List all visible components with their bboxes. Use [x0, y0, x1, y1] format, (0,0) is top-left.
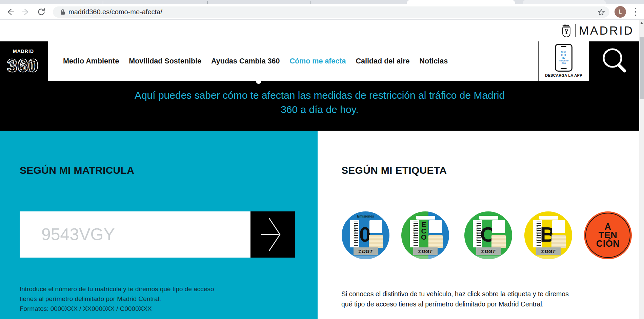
scrollbar-up-arrow[interactable] [640, 22, 643, 24]
etiqueta-badge-atencion[interactable]: ATENCIÓN [584, 211, 632, 259]
url-text[interactable]: madrid360.es/como-me-afecta/ [68, 6, 162, 18]
dgt-logo: ≠DGT [354, 247, 378, 255]
dgt-logo: ≠DGT [413, 247, 438, 255]
arrow-right-icon [260, 215, 286, 254]
dgt-glyph: ≠ [418, 248, 421, 254]
dgt-label: DGT [422, 248, 432, 254]
etiqueta-description: Si conoces el distintivo de tu vehículo,… [341, 289, 569, 309]
madrid-city-logo[interactable]: MADRID [561, 23, 634, 38]
dgt-glyph: ≠ [481, 248, 484, 254]
main-content: SEGÚN MI MATRICULA Introduce el número d… [0, 131, 644, 319]
badge-white-square [369, 220, 382, 233]
badge-barcode-strip: 16TE-00000000 [410, 220, 419, 247]
site-header: MADRID [0, 20, 644, 41]
description-line: tienes al perímetro delimitado por Madri… [20, 294, 214, 304]
madrid360-logo[interactable]: MADRID 360 360 [4, 44, 45, 81]
badge-white-square [552, 220, 565, 233]
badge-hologram [428, 235, 443, 248]
etiqueta-badge-eco[interactable]: 16TE-00000000E C O≠DGT [401, 211, 449, 259]
badge-white-square [492, 220, 505, 233]
plate-submit-button[interactable] [250, 211, 295, 258]
description-line: qué tipo de acceso tienes al perímetro d… [341, 299, 569, 309]
svg-text:360: 360 [8, 57, 35, 75]
nav-item-movilidad-sostenible[interactable]: Movilidad Sostenible [129, 57, 201, 65]
hero-line: 360 a día de hoy. [0, 102, 639, 117]
search-button[interactable] [589, 41, 639, 81]
bookmark-star-icon[interactable] [597, 8, 605, 16]
badge-top-label: Emisiones [342, 214, 389, 218]
badge-top-bar [416, 216, 435, 220]
dgt-label: DGT [362, 248, 373, 254]
plate-input[interactable] [20, 211, 250, 258]
hidden-heading-fragment [256, 81, 261, 84]
etiqueta-badge-cero[interactable]: Emisiones16T0-000000000≠DGT [342, 211, 389, 259]
nav-item-cómo-me-afecta[interactable]: Cómo me afecta [289, 57, 346, 65]
browser-tab-strip [0, 0, 644, 4]
etiqueta-badges: Emisiones16T0-000000000≠DGT16TE-00000000… [342, 211, 633, 261]
reload-icon[interactable] [37, 7, 46, 16]
badge-top-bar [539, 216, 558, 220]
browser-menu-icon[interactable] [635, 8, 637, 16]
dgt-label: DGT [545, 248, 556, 254]
dgt-logo: ≠DGT [476, 247, 501, 255]
badge-hologram [491, 235, 506, 248]
forward-icon[interactable] [21, 7, 30, 16]
badge-bottom-strip [409, 256, 442, 259]
page-scrollbar[interactable] [639, 20, 644, 319]
matricula-description: Introduce el número de tu matrícula y te… [20, 284, 214, 314]
badge-barcode-icon [414, 222, 418, 246]
brand-divider [575, 24, 576, 37]
address-bar[interactable]: madrid360.es/como-me-afecta/ [53, 6, 609, 18]
dgt-label: DGT [485, 248, 496, 254]
badge-top-bar [479, 216, 498, 220]
plate-form [20, 211, 295, 258]
back-icon[interactable] [6, 7, 15, 16]
search-icon [600, 47, 628, 75]
phone-logo-text: MA DR ID [561, 51, 567, 59]
profile-avatar[interactable]: L [615, 6, 626, 18]
tab-divider [103, 1, 103, 4]
badge-bottom-strip [349, 256, 382, 259]
hero-text: Aquí puedes saber cómo te afectan las me… [0, 88, 639, 117]
matricula-heading: SEGÚN MI MATRICULA [20, 165, 134, 176]
etiqueta-badge-b[interactable]: 16TB-00000000B≠DGT [524, 211, 572, 259]
brand-wordmark: MADRID [579, 24, 634, 37]
tab-divider [207, 1, 208, 4]
phone-icon: MA DR ID mobility 360 [555, 44, 572, 72]
page-hero-section: MADRID 360 360 Medio AmbienteMovilidad S… [0, 41, 644, 131]
badge-hologram [369, 235, 383, 248]
nav-item-medio-ambiente[interactable]: Medio Ambiente [63, 57, 119, 65]
badge-white-square [429, 220, 442, 233]
etiqueta-badge-c[interactable]: 16TC-00000000C≠DGT [464, 211, 512, 259]
browser-toolbar: madrid360.es/como-me-afecta/ L [0, 4, 644, 20]
badge-attention-text: ATENCIÓN [584, 211, 632, 259]
description-line: Introduce el número de tu matrícula y te… [20, 284, 214, 294]
phone-logo-360: 360 [562, 62, 566, 65]
active-tab[interactable] [407, 0, 515, 4]
dgt-glyph: ≠ [359, 248, 361, 254]
tab-divider [310, 1, 310, 4]
svg-text:MADRID: MADRID [13, 49, 34, 54]
nav-item-ayudas-cambia-360[interactable]: Ayudas Cambia 360 [211, 57, 280, 65]
etiqueta-heading: SEGÚN MI ETIQUETA [341, 165, 447, 176]
badge-hologram [551, 235, 566, 248]
dgt-logo: ≠DGT [536, 247, 561, 255]
main-navigation: Medio AmbienteMovilidad SostenibleAyudas… [48, 41, 589, 81]
nav-links: Medio AmbienteMovilidad SostenibleAyudas… [63, 41, 448, 81]
description-line: Formatos: 0000XXX / XX0000XX / C0000XXX [20, 304, 214, 314]
badge-bottom-strip [532, 256, 565, 259]
scrollbar-thumb[interactable] [640, 37, 644, 99]
nav-item-calidad-del-aire[interactable]: Calidad del aire [356, 57, 410, 65]
browser-window: madrid360.es/como-me-afecta/ L MADRID MA [0, 0, 644, 319]
hero-line: Aquí puedes saber cómo te afectan las me… [0, 88, 639, 102]
download-app-label: DESCARGA LA APP [545, 73, 582, 77]
lock-icon [60, 9, 65, 15]
badge-bottom-strip [472, 256, 505, 259]
inactive-tab[interactable] [523, 0, 606, 4]
nav-item-noticias[interactable]: Noticias [419, 57, 448, 65]
download-app-box[interactable]: MA DR ID mobility 360 DESCARGA LA APP [538, 41, 589, 81]
dgt-glyph: ≠ [541, 248, 544, 254]
badge-attention-line: CIÓN [596, 240, 620, 248]
description-line: Si conoces el distintivo de tu vehículo,… [341, 289, 569, 299]
badge-letter: E C O [421, 222, 426, 241]
